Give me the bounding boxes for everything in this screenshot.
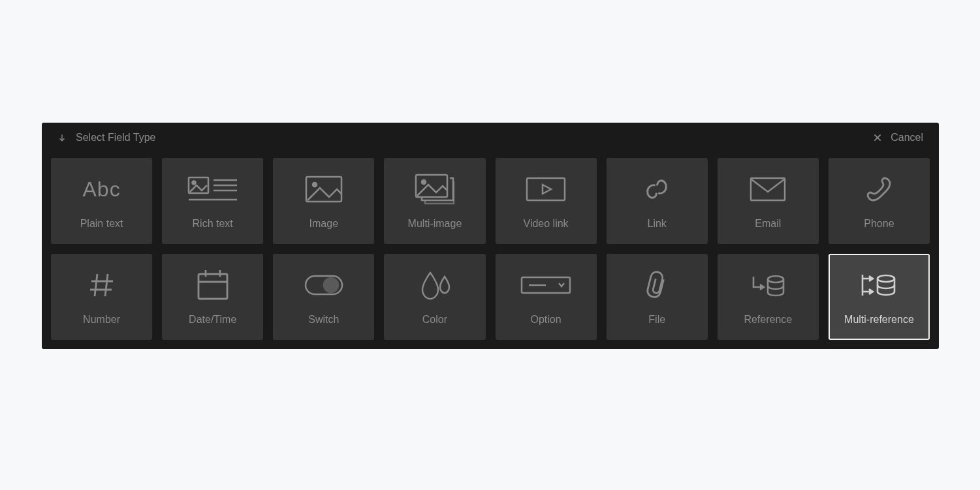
close-icon [872, 132, 883, 143]
field-type-label: Link [648, 218, 667, 230]
multi-reference-icon [860, 268, 898, 302]
image-icon [304, 172, 343, 206]
field-type-color[interactable]: Color [384, 254, 485, 340]
field-type-plain-text[interactable]: AbcPlain text [51, 158, 152, 244]
svg-point-25 [324, 278, 338, 292]
svg-point-12 [422, 180, 426, 184]
svg-point-10 [313, 183, 317, 187]
svg-point-32 [877, 275, 894, 282]
field-type-switch[interactable]: Switch [273, 254, 374, 340]
field-type-email[interactable]: Email [718, 158, 819, 244]
field-type-label: Email [755, 218, 781, 230]
option-icon [520, 268, 572, 302]
svg-rect-20 [198, 274, 227, 299]
field-type-date-time[interactable]: Date/Time [162, 254, 263, 340]
field-type-multi-reference[interactable]: Multi-reference [829, 254, 930, 340]
svg-marker-14 [543, 185, 551, 194]
svg-line-16 [95, 274, 97, 296]
field-type-phone[interactable]: Phone [829, 158, 930, 244]
field-type-label: Video link [524, 218, 569, 230]
field-type-multi-image[interactable]: Multi-image [384, 158, 485, 244]
drops-icon [419, 268, 451, 302]
field-type-label: Phone [864, 218, 894, 230]
richtext-icon [187, 172, 238, 206]
field-type-grid: AbcPlain text Rich text Image Multi-imag… [51, 158, 930, 340]
multi-image-icon [414, 172, 456, 206]
field-type-label: Multi-image [408, 218, 462, 230]
switch-icon [304, 268, 344, 302]
field-type-option[interactable]: Option [496, 254, 597, 340]
field-type-panel: Select Field Type Cancel AbcPlain text R… [42, 123, 939, 349]
field-type-label: File [648, 314, 665, 326]
reference-icon [750, 268, 786, 302]
field-type-image[interactable]: Image [273, 158, 374, 244]
hash-icon [88, 268, 116, 302]
abc-icon: Abc [82, 172, 120, 206]
arrow-down-icon [57, 133, 67, 142]
field-type-link[interactable]: Link [607, 158, 708, 244]
field-type-label: Option [530, 314, 561, 326]
calendar-icon [196, 268, 230, 302]
phone-icon [865, 172, 893, 206]
field-type-file[interactable]: File [607, 254, 708, 340]
field-type-label: Plain text [80, 218, 123, 230]
field-type-label: Image [309, 218, 338, 230]
video-icon [525, 172, 567, 206]
field-type-label: Color [422, 314, 447, 326]
field-type-label: Number [83, 314, 120, 326]
cancel-button[interactable]: Cancel [872, 132, 923, 144]
svg-line-17 [105, 274, 108, 296]
link-icon [641, 172, 672, 206]
field-type-label: Multi-reference [844, 314, 914, 326]
field-type-rich-text[interactable]: Rich text [162, 158, 263, 244]
field-type-label: Rich text [193, 218, 233, 230]
field-type-label: Switch [308, 314, 339, 326]
field-type-video-link[interactable]: Video link [496, 158, 597, 244]
field-type-label: Date/Time [189, 314, 236, 326]
svg-rect-13 [527, 178, 565, 200]
panel-header: Select Field Type Cancel [51, 132, 930, 147]
field-type-reference[interactable]: Reference [718, 254, 819, 340]
field-type-number[interactable]: Number [51, 254, 152, 340]
field-type-label: Reference [744, 314, 792, 326]
cancel-label: Cancel [891, 132, 923, 144]
paperclip-icon [644, 268, 670, 302]
header-left: Select Field Type [57, 132, 155, 144]
svg-point-4 [192, 181, 195, 185]
svg-rect-15 [751, 178, 785, 200]
svg-point-28 [768, 276, 783, 283]
email-icon [749, 172, 787, 206]
panel-title: Select Field Type [76, 132, 155, 144]
